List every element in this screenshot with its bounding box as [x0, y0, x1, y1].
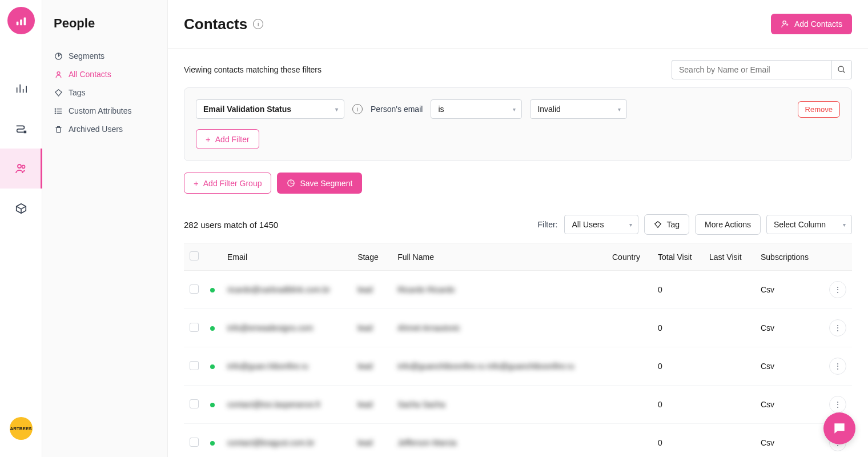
tag-label: Tag [666, 220, 680, 229]
topbar: Contacts i Add Contacts [168, 0, 868, 49]
row-stage: lead [357, 400, 372, 409]
row-more-button[interactable]: ⋮ [829, 358, 846, 375]
nav-flows[interactable] [0, 109, 42, 149]
filter-attribute-select[interactable]: Email Validation Status ▾ [196, 99, 344, 119]
col-last-visit[interactable]: Last Visit [704, 243, 755, 271]
sidebar-item-custom-attributes[interactable]: Custom Attributes [54, 102, 156, 120]
more-actions-button[interactable]: More Actions [695, 214, 761, 235]
chevron-down-icon: ▾ [335, 106, 338, 113]
nav-cube[interactable] [0, 189, 42, 228]
list-icon [54, 106, 63, 115]
row-checkbox[interactable] [190, 284, 199, 294]
nav-dashboard[interactable] [0, 69, 42, 109]
pie-icon [287, 179, 295, 187]
search-button[interactable] [831, 60, 852, 79]
select-all-checkbox[interactable] [190, 251, 199, 260]
sidebar-item-all-contacts[interactable]: All Contacts [54, 65, 156, 83]
col-email[interactable]: Email [222, 243, 352, 271]
row-full-name: Jefferson Marcia [397, 438, 456, 447]
row-email[interactable]: ricardo@carbradblink.com.br [227, 285, 330, 294]
row-checkbox[interactable] [190, 323, 199, 332]
add-filter-group-button[interactable]: + Add Filter Group [184, 173, 271, 194]
row-email[interactable]: info@emeadesigns.com [227, 323, 313, 332]
person-icon [54, 70, 63, 79]
status-dot [210, 288, 215, 292]
plus-icon: + [206, 134, 211, 144]
svg-point-17 [55, 113, 55, 113]
status-dot [210, 326, 215, 331]
filter-operator-value: is [438, 105, 444, 114]
col-country[interactable]: Country [606, 243, 652, 271]
page-title: Contacts [184, 15, 247, 33]
plus-icon: + [194, 178, 199, 188]
filter-value-select[interactable]: Invalid ▾ [530, 99, 627, 119]
filter-operator-select[interactable]: is ▾ [431, 99, 522, 119]
add-contacts-label: Add Contacts [794, 19, 842, 29]
table-row: contact@too.lasperance.frleadSacha Sacha… [184, 386, 852, 424]
tag-button[interactable]: Tag [644, 214, 689, 235]
row-stage: lead [357, 285, 372, 294]
app-logo[interactable] [7, 7, 35, 34]
row-subscriptions: Csv [761, 438, 774, 447]
filter-info-icon[interactable]: i [352, 104, 363, 114]
col-stage[interactable]: Stage [352, 243, 392, 271]
svg-rect-0 [16, 22, 18, 25]
row-email[interactable]: contact@bragust.com.br [227, 438, 315, 447]
row-subscriptions: Csv [761, 362, 774, 371]
chat-fab[interactable] [823, 412, 855, 444]
filter-users-select[interactable]: All Users ▾ [564, 215, 638, 234]
people-icon [14, 162, 28, 175]
sidebar-item-tags[interactable]: Tags [54, 83, 156, 102]
row-full-name: Sacha Sacha [397, 400, 445, 409]
row-checkbox[interactable] [190, 438, 199, 447]
row-total-visit: 0 [658, 362, 662, 371]
row-subscriptions: Csv [761, 323, 774, 332]
main: Contacts i Add Contacts Viewing contacts… [168, 0, 868, 457]
bars-icon [15, 14, 27, 27]
row-subscriptions: Csv [761, 285, 774, 294]
sidebar-item-archived-users[interactable]: Archived Users [54, 120, 156, 138]
save-segment-button[interactable]: Save Segment [277, 173, 362, 194]
row-full-name: info@guanchiboonfire.ru info@guanchiboon… [397, 362, 574, 371]
search-wrap [672, 60, 852, 79]
add-filter-label: Add Filter [215, 135, 250, 144]
sidebar-item-label: Tags [69, 88, 86, 97]
select-column-button[interactable]: Select Column ▾ [766, 215, 852, 234]
nav-people[interactable] [0, 149, 42, 189]
table-row: info@guan.hibonfire.ruleadinfo@guanchibo… [184, 347, 852, 386]
row-more-button[interactable]: ⋮ [829, 281, 846, 298]
sidebar-title: People [54, 16, 156, 31]
workspace-badge[interactable]: ARTBEES [10, 417, 33, 440]
search-input[interactable] [672, 60, 831, 79]
remove-filter-label: Remove [805, 105, 833, 114]
table-row: ricardo@carbradblink.com.brleadRicardo R… [184, 271, 852, 309]
col-full-name[interactable]: Full Name [392, 243, 606, 271]
row-full-name: Ricardo Ricardo [397, 285, 455, 294]
row-more-button[interactable]: ⋮ [829, 396, 846, 413]
select-column-label: Select Column [774, 220, 826, 229]
chevron-down-icon: ▾ [843, 222, 846, 228]
filter-heading: Viewing contacts matching these filters [184, 65, 322, 74]
svg-point-18 [783, 21, 786, 24]
filter-attribute-value: Email Validation Status [203, 105, 291, 114]
row-total-visit: 0 [658, 285, 662, 294]
row-email[interactable]: info@guan.hibonfire.ru [227, 362, 308, 371]
sidebar-item-segments[interactable]: Segments [54, 47, 156, 65]
svg-rect-2 [23, 18, 26, 26]
row-email[interactable]: contact@too.lasperance.fr [227, 400, 321, 409]
chevron-down-icon: ▾ [618, 106, 621, 113]
pie-icon [54, 51, 63, 61]
col-subscriptions[interactable]: Subscriptions [755, 243, 823, 271]
row-checkbox[interactable] [190, 399, 199, 408]
row-checkbox[interactable] [190, 361, 199, 370]
row-more-button[interactable]: ⋮ [829, 319, 846, 336]
col-total-visit[interactable]: Total Visit [652, 243, 704, 271]
tag-icon [654, 221, 662, 228]
info-icon[interactable]: i [253, 19, 263, 29]
add-contacts-button[interactable]: Add Contacts [771, 14, 852, 34]
filter-condition-label: Person's email [371, 105, 423, 114]
remove-filter-button[interactable]: Remove [798, 101, 840, 118]
filter-label: Filter: [537, 220, 557, 229]
add-filter-button[interactable]: + Add Filter [196, 129, 259, 149]
status-dot [210, 441, 215, 446]
